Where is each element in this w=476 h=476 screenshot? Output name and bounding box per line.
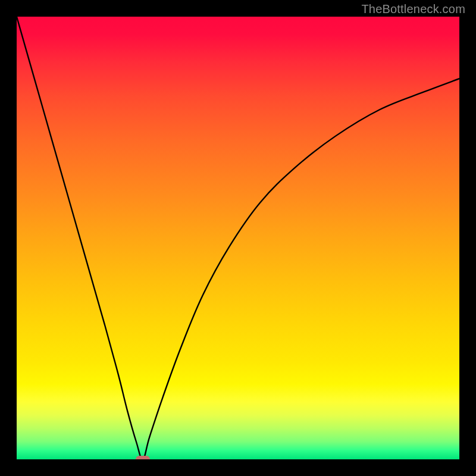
bottleneck-curve (17, 17, 459, 459)
watermark-label: TheBottleneck.com (361, 2, 465, 16)
chart-container: TheBottleneck.com (0, 0, 476, 476)
curve-path (17, 17, 459, 459)
minimum-marker (136, 456, 150, 459)
plot-area (17, 17, 459, 459)
